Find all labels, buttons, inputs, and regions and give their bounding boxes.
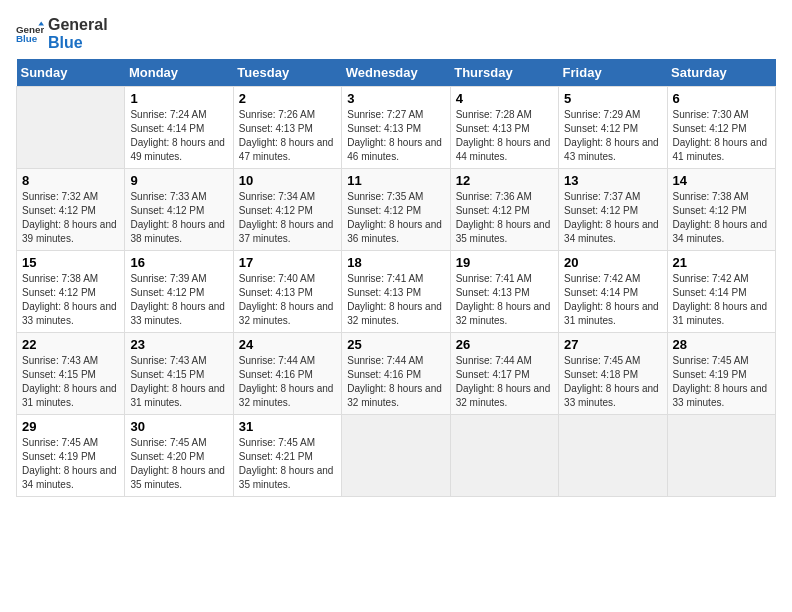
logo: General Blue General Blue — [16, 16, 108, 51]
calendar-cell — [17, 87, 125, 169]
day-number: 30 — [130, 419, 227, 434]
logo-text-line1: General — [48, 16, 108, 34]
day-number: 6 — [673, 91, 770, 106]
calendar-cell: 31Sunrise: 7:45 AMSunset: 4:21 PMDayligh… — [233, 415, 341, 497]
calendar-cell — [342, 415, 450, 497]
day-info: Sunrise: 7:45 AMSunset: 4:21 PMDaylight:… — [239, 437, 334, 490]
day-number: 22 — [22, 337, 119, 352]
day-number: 18 — [347, 255, 444, 270]
day-number: 23 — [130, 337, 227, 352]
day-info: Sunrise: 7:43 AMSunset: 4:15 PMDaylight:… — [22, 355, 117, 408]
calendar-cell: 27Sunrise: 7:45 AMSunset: 4:18 PMDayligh… — [559, 333, 667, 415]
day-info: Sunrise: 7:44 AMSunset: 4:17 PMDaylight:… — [456, 355, 551, 408]
day-info: Sunrise: 7:27 AMSunset: 4:13 PMDaylight:… — [347, 109, 442, 162]
day-info: Sunrise: 7:42 AMSunset: 4:14 PMDaylight:… — [564, 273, 659, 326]
day-info: Sunrise: 7:41 AMSunset: 4:13 PMDaylight:… — [456, 273, 551, 326]
day-number: 16 — [130, 255, 227, 270]
calendar-cell: 9Sunrise: 7:33 AMSunset: 4:12 PMDaylight… — [125, 169, 233, 251]
calendar-cell: 29Sunrise: 7:45 AMSunset: 4:19 PMDayligh… — [17, 415, 125, 497]
day-info: Sunrise: 7:26 AMSunset: 4:13 PMDaylight:… — [239, 109, 334, 162]
day-info: Sunrise: 7:24 AMSunset: 4:14 PMDaylight:… — [130, 109, 225, 162]
col-header-saturday: Saturday — [667, 59, 775, 87]
calendar-cell: 5Sunrise: 7:29 AMSunset: 4:12 PMDaylight… — [559, 87, 667, 169]
calendar-cell: 13Sunrise: 7:37 AMSunset: 4:12 PMDayligh… — [559, 169, 667, 251]
day-info: Sunrise: 7:45 AMSunset: 4:20 PMDaylight:… — [130, 437, 225, 490]
day-info: Sunrise: 7:43 AMSunset: 4:15 PMDaylight:… — [130, 355, 225, 408]
col-header-monday: Monday — [125, 59, 233, 87]
calendar-cell — [667, 415, 775, 497]
day-number: 19 — [456, 255, 553, 270]
day-info: Sunrise: 7:45 AMSunset: 4:19 PMDaylight:… — [673, 355, 768, 408]
calendar-cell: 15Sunrise: 7:38 AMSunset: 4:12 PMDayligh… — [17, 251, 125, 333]
calendar-cell: 8Sunrise: 7:32 AMSunset: 4:12 PMDaylight… — [17, 169, 125, 251]
calendar-week-2: 8Sunrise: 7:32 AMSunset: 4:12 PMDaylight… — [17, 169, 776, 251]
day-number: 26 — [456, 337, 553, 352]
calendar-table: SundayMondayTuesdayWednesdayThursdayFrid… — [16, 59, 776, 497]
day-info: Sunrise: 7:42 AMSunset: 4:14 PMDaylight:… — [673, 273, 768, 326]
col-header-sunday: Sunday — [17, 59, 125, 87]
day-info: Sunrise: 7:45 AMSunset: 4:18 PMDaylight:… — [564, 355, 659, 408]
day-info: Sunrise: 7:39 AMSunset: 4:12 PMDaylight:… — [130, 273, 225, 326]
calendar-cell: 6Sunrise: 7:30 AMSunset: 4:12 PMDaylight… — [667, 87, 775, 169]
logo-text-line2: Blue — [48, 34, 108, 52]
calendar-cell: 11Sunrise: 7:35 AMSunset: 4:12 PMDayligh… — [342, 169, 450, 251]
day-number: 17 — [239, 255, 336, 270]
calendar-cell: 14Sunrise: 7:38 AMSunset: 4:12 PMDayligh… — [667, 169, 775, 251]
calendar-cell: 2Sunrise: 7:26 AMSunset: 4:13 PMDaylight… — [233, 87, 341, 169]
day-number: 27 — [564, 337, 661, 352]
logo-icon: General Blue — [16, 20, 44, 48]
day-number: 1 — [130, 91, 227, 106]
calendar-cell: 4Sunrise: 7:28 AMSunset: 4:13 PMDaylight… — [450, 87, 558, 169]
day-number: 25 — [347, 337, 444, 352]
calendar-cell — [559, 415, 667, 497]
day-info: Sunrise: 7:28 AMSunset: 4:13 PMDaylight:… — [456, 109, 551, 162]
day-number: 13 — [564, 173, 661, 188]
day-number: 4 — [456, 91, 553, 106]
day-info: Sunrise: 7:44 AMSunset: 4:16 PMDaylight:… — [347, 355, 442, 408]
day-number: 20 — [564, 255, 661, 270]
day-info: Sunrise: 7:44 AMSunset: 4:16 PMDaylight:… — [239, 355, 334, 408]
calendar-cell: 10Sunrise: 7:34 AMSunset: 4:12 PMDayligh… — [233, 169, 341, 251]
calendar-cell: 28Sunrise: 7:45 AMSunset: 4:19 PMDayligh… — [667, 333, 775, 415]
calendar-cell: 24Sunrise: 7:44 AMSunset: 4:16 PMDayligh… — [233, 333, 341, 415]
day-number: 31 — [239, 419, 336, 434]
day-number: 12 — [456, 173, 553, 188]
day-number: 28 — [673, 337, 770, 352]
day-number: 9 — [130, 173, 227, 188]
calendar-cell: 25Sunrise: 7:44 AMSunset: 4:16 PMDayligh… — [342, 333, 450, 415]
day-info: Sunrise: 7:38 AMSunset: 4:12 PMDaylight:… — [22, 273, 117, 326]
day-info: Sunrise: 7:30 AMSunset: 4:12 PMDaylight:… — [673, 109, 768, 162]
calendar-cell: 18Sunrise: 7:41 AMSunset: 4:13 PMDayligh… — [342, 251, 450, 333]
day-info: Sunrise: 7:32 AMSunset: 4:12 PMDaylight:… — [22, 191, 117, 244]
calendar-cell: 26Sunrise: 7:44 AMSunset: 4:17 PMDayligh… — [450, 333, 558, 415]
day-info: Sunrise: 7:33 AMSunset: 4:12 PMDaylight:… — [130, 191, 225, 244]
calendar-header-row: SundayMondayTuesdayWednesdayThursdayFrid… — [17, 59, 776, 87]
day-number: 24 — [239, 337, 336, 352]
header: General Blue General Blue — [16, 16, 776, 51]
calendar-cell: 3Sunrise: 7:27 AMSunset: 4:13 PMDaylight… — [342, 87, 450, 169]
day-info: Sunrise: 7:34 AMSunset: 4:12 PMDaylight:… — [239, 191, 334, 244]
calendar-cell: 21Sunrise: 7:42 AMSunset: 4:14 PMDayligh… — [667, 251, 775, 333]
day-number: 8 — [22, 173, 119, 188]
day-number: 21 — [673, 255, 770, 270]
day-number: 15 — [22, 255, 119, 270]
col-header-friday: Friday — [559, 59, 667, 87]
day-info: Sunrise: 7:38 AMSunset: 4:12 PMDaylight:… — [673, 191, 768, 244]
day-info: Sunrise: 7:35 AMSunset: 4:12 PMDaylight:… — [347, 191, 442, 244]
day-number: 11 — [347, 173, 444, 188]
calendar-week-4: 22Sunrise: 7:43 AMSunset: 4:15 PMDayligh… — [17, 333, 776, 415]
calendar-cell: 19Sunrise: 7:41 AMSunset: 4:13 PMDayligh… — [450, 251, 558, 333]
day-info: Sunrise: 7:40 AMSunset: 4:13 PMDaylight:… — [239, 273, 334, 326]
calendar-cell: 12Sunrise: 7:36 AMSunset: 4:12 PMDayligh… — [450, 169, 558, 251]
col-header-thursday: Thursday — [450, 59, 558, 87]
calendar-cell — [450, 415, 558, 497]
calendar-week-1: 1Sunrise: 7:24 AMSunset: 4:14 PMDaylight… — [17, 87, 776, 169]
svg-text:Blue: Blue — [16, 33, 38, 44]
day-info: Sunrise: 7:36 AMSunset: 4:12 PMDaylight:… — [456, 191, 551, 244]
calendar-cell: 30Sunrise: 7:45 AMSunset: 4:20 PMDayligh… — [125, 415, 233, 497]
calendar-cell: 23Sunrise: 7:43 AMSunset: 4:15 PMDayligh… — [125, 333, 233, 415]
day-number: 10 — [239, 173, 336, 188]
calendar-cell: 1Sunrise: 7:24 AMSunset: 4:14 PMDaylight… — [125, 87, 233, 169]
calendar-week-5: 29Sunrise: 7:45 AMSunset: 4:19 PMDayligh… — [17, 415, 776, 497]
day-info: Sunrise: 7:29 AMSunset: 4:12 PMDaylight:… — [564, 109, 659, 162]
